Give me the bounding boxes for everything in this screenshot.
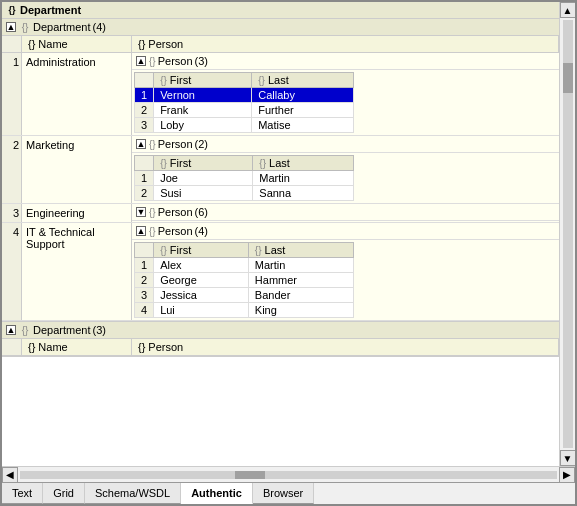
dept-section-1-header: ▲ {} Department (4) [2, 19, 559, 36]
dept-row-1: 1 Administration ▲ {} Person (3) [2, 53, 559, 136]
tree-content: {} Department ▲ {} Department (4) {} N [2, 2, 559, 466]
dept-section-1: ▲ {} Department (4) {} Name {} Person [2, 19, 559, 322]
person-row-4-2[interactable]: 2 George Hammer [135, 273, 354, 288]
person-collapse-2[interactable]: ▲ [136, 139, 146, 149]
person-row-2-1-last: Martin [253, 171, 354, 186]
dept-row-4-name: IT & Technical Support [22, 223, 132, 320]
dept-row-3: 3 Engineering ▼ {} Person (6) [2, 204, 559, 223]
tab-grid-label: Grid [53, 487, 74, 499]
col-header-person-2: {} Person [132, 339, 559, 355]
dept-section-2-header: ▲ {} Department (3) [2, 322, 559, 339]
person-row-4-2-num: 2 [135, 273, 154, 288]
tab-grid[interactable]: Grid [43, 483, 85, 504]
person-row-4-1[interactable]: 1 Alex Martin [135, 258, 354, 273]
scroll-down-btn[interactable]: ▼ [560, 450, 576, 466]
col-person-label-2: Person [148, 341, 183, 353]
person-row-4-4[interactable]: 4 Lui King [135, 303, 354, 318]
person-count-3: (6) [195, 206, 208, 218]
col-header-name: {} Name [22, 36, 132, 52]
person-fn-icon-1: {} [149, 56, 156, 67]
person-table-1-header: {} First {} Last [135, 73, 354, 88]
person-count-4: (4) [195, 225, 208, 237]
main-window: {} Department ▲ {} Department (4) {} N [0, 0, 577, 506]
tab-text[interactable]: Text [2, 483, 43, 504]
person-row-2-2[interactable]: 2 Susi Sanna [135, 186, 354, 201]
person-count-1: (3) [195, 55, 208, 67]
tab-schema-label: Schema/WSDL [95, 487, 170, 499]
dept-row-1-person: ▲ {} Person (3) {} First [132, 53, 559, 135]
person-collapse-3[interactable]: ▼ [136, 207, 146, 217]
person-row-2-2-first: Susi [154, 186, 253, 201]
root-header: {} Department [2, 2, 559, 19]
tab-browser-label: Browser [263, 487, 303, 499]
person-table-4-header: {} First {} Last [135, 243, 354, 258]
scroll-right-btn[interactable]: ▶ [559, 467, 575, 483]
col-header-name-2: {} Name [22, 339, 132, 355]
fn-icon-root: {} [6, 4, 18, 16]
person-row-4-3-last: Bander [248, 288, 353, 303]
dept-row-4: 4 IT & Technical Support ▲ {} Person (4) [2, 223, 559, 321]
th-first-2: {} First [154, 156, 253, 171]
root-title: Department [20, 4, 81, 16]
person-row-2-1-first: Joe [154, 171, 253, 186]
person-row-4-4-num: 4 [135, 303, 154, 318]
person-count-2: (2) [195, 138, 208, 150]
dept-section-2-label: Department [33, 324, 90, 336]
dept-row-2-num: 2 [2, 136, 22, 203]
dept-row-3-num: 3 [2, 204, 22, 222]
tab-authentic-label: Authentic [191, 487, 242, 499]
dept-row-2-person: ▲ {} Person (2) {} First [132, 136, 559, 203]
person-row-4-3[interactable]: 3 Jessica Bander [135, 288, 354, 303]
dept-col-headers: {} Name {} Person [2, 36, 559, 53]
scroll-htrack[interactable] [20, 471, 557, 479]
person-fn-icon-4: {} [149, 226, 156, 237]
person-row-2-1-num: 1 [135, 171, 154, 186]
person-fn-icon-3: {} [149, 207, 156, 218]
scroll-vthumb[interactable] [563, 63, 573, 93]
person-label-2: Person [158, 138, 193, 150]
dept-fn-icon-2: {} [19, 324, 31, 336]
col-person-label: Person [148, 38, 183, 50]
dept-section-1-collapse[interactable]: ▲ [6, 22, 16, 32]
content-wrapper: {} Department ▲ {} Department (4) {} N [2, 2, 575, 466]
dept-row-4-person: ▲ {} Person (4) {} First [132, 223, 559, 320]
person-row-1-3-first: Loby [154, 118, 252, 133]
person-label-1: Person [158, 55, 193, 67]
dept-section-2-collapse[interactable]: ▲ [6, 325, 16, 335]
scroll-up-btn[interactable]: ▲ [560, 2, 576, 18]
dept-fn-icon-1: {} [19, 21, 31, 33]
th-num-2 [135, 156, 154, 171]
th-first-1: {} First [154, 73, 252, 88]
person-collapse-1[interactable]: ▲ [136, 56, 146, 66]
person-row-2-1[interactable]: 1 Joe Martin [135, 171, 354, 186]
th-first-4: {} First [154, 243, 249, 258]
th-num-1 [135, 73, 154, 88]
person-row-4-3-num: 3 [135, 288, 154, 303]
person-fn-icon-2: {} [149, 139, 156, 150]
person-row-1-3[interactable]: 3 Loby Matise [135, 118, 354, 133]
person-row-4-4-first: Lui [154, 303, 249, 318]
person-row-4-2-first: George [154, 273, 249, 288]
person-row-1-1-last: Callaby [252, 88, 354, 103]
scroll-left-btn[interactable]: ◀ [2, 467, 18, 483]
person-label-4: Person [158, 225, 193, 237]
dept-row-3-person: ▼ {} Person (6) [132, 204, 559, 222]
tabs-bar: Text Grid Schema/WSDL Authentic Browser [2, 482, 575, 504]
person-row-1-2[interactable]: 2 Frank Further [135, 103, 354, 118]
scroll-vtrack[interactable] [563, 20, 573, 448]
dept-section-2-col-headers: {} Name {} Person [2, 339, 559, 356]
person-collapse-4[interactable]: ▲ [136, 226, 146, 236]
person-row-1-1-num: 1 [135, 88, 154, 103]
person-col-header-2: ▲ {} Person (2) [132, 136, 559, 153]
person-subtable-wrap-2: {} First {} Last 1 Joe Martin [132, 153, 559, 203]
th-num-4 [135, 243, 154, 258]
person-row-1-1[interactable]: 1 Vernon Callaby [135, 88, 354, 103]
person-row-4-4-last: King [248, 303, 353, 318]
scroll-hthumb[interactable] [235, 471, 265, 479]
tab-authentic[interactable]: Authentic [181, 483, 253, 504]
tab-schema[interactable]: Schema/WSDL [85, 483, 181, 504]
dept-row-2-name: Marketing [22, 136, 132, 203]
person-row-4-1-num: 1 [135, 258, 154, 273]
tab-browser[interactable]: Browser [253, 483, 314, 504]
person-subtable-wrap-1: {} First {} Last 1 Vernon Callaby [132, 70, 559, 135]
